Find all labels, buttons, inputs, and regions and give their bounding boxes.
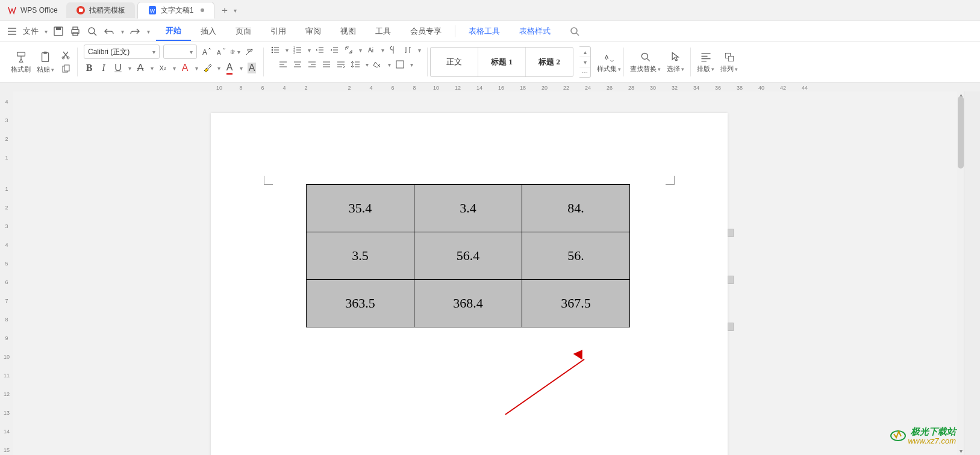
change-case-icon[interactable]: 变▾ — [229, 46, 240, 57]
row-handle[interactable] — [728, 229, 734, 237]
svg-rect-16 — [64, 65, 69, 71]
annotation-arrowhead-icon — [573, 347, 587, 360]
font-name-select[interactable]: Calibri (正文)▾ — [84, 45, 160, 59]
text-direction-icon[interactable] — [343, 45, 354, 55]
docer-icon — [76, 5, 86, 15]
undo-chevron-icon[interactable]: ▾ — [121, 28, 124, 35]
menu-tab-table-style[interactable]: 表格样式 — [510, 22, 560, 40]
align-center-icon[interactable] — [292, 59, 303, 70]
page[interactable]: 35.4 3.4 84. 3.5 56.4 56. 363.5 368.4 36… — [211, 113, 728, 455]
hamburger-icon[interactable] — [6, 25, 18, 37]
menu-tab-start[interactable]: 开始 — [156, 22, 191, 41]
distribute-icon[interactable] — [336, 59, 346, 70]
vertical-ruler[interactable]: 432112345678910111213141516171819 — [0, 91, 13, 455]
font-color-icon[interactable]: A — [224, 63, 235, 73]
table-cell[interactable]: 368.4 — [414, 280, 522, 327]
menu-tab-review[interactable]: 审阅 — [296, 22, 331, 40]
print-preview-icon[interactable] — [86, 25, 98, 37]
borders-icon[interactable] — [395, 59, 405, 70]
menu-separator — [455, 25, 455, 37]
new-tab-button[interactable]: ＋ — [217, 2, 233, 18]
layout-button[interactable]: 排版▾ — [697, 51, 714, 73]
clear-format-icon[interactable] — [244, 46, 255, 57]
menu-tab-view[interactable]: 视图 — [331, 22, 366, 40]
table-cell[interactable]: 367.5 — [522, 280, 630, 327]
bullets-icon[interactable] — [270, 45, 281, 55]
document-table[interactable]: 35.4 3.4 84. 3.5 56.4 56. 363.5 368.4 36… — [306, 184, 630, 327]
row-handle[interactable] — [728, 323, 734, 331]
style-normal[interactable]: 正文 — [431, 48, 478, 76]
text-effect-icon[interactable]: A — [179, 63, 190, 73]
copy-icon[interactable] — [60, 64, 71, 75]
menu-tab-reference[interactable]: 引用 — [261, 22, 296, 40]
file-menu[interactable]: 文件 — [23, 26, 39, 37]
char-shading-icon[interactable]: A — [246, 63, 257, 73]
ruler-tick: 8 — [404, 85, 425, 91]
table-cell[interactable]: 3.4 — [414, 185, 522, 232]
style-scroll[interactable]: ▴▾⋯ — [579, 46, 591, 78]
tab-menu-chevron-icon[interactable]: ▾ — [234, 7, 237, 14]
ruler-tick: 2 — [295, 85, 317, 91]
paste-button[interactable]: 粘贴▾ — [37, 51, 54, 74]
shading-icon[interactable] — [372, 59, 383, 70]
asian-layout-icon[interactable]: Ai — [366, 45, 376, 55]
redo-icon[interactable] — [129, 25, 141, 37]
select-button[interactable]: 选择▾ — [667, 51, 684, 73]
grow-font-icon[interactable]: A — [201, 46, 211, 57]
table-cell[interactable]: 84. — [522, 185, 630, 232]
cut-icon[interactable] — [60, 49, 71, 60]
style-set-label: 样式集 — [597, 65, 617, 72]
decrease-indent-icon[interactable] — [314, 45, 325, 55]
scroll-thumb[interactable] — [958, 96, 964, 169]
increase-indent-icon[interactable] — [329, 45, 340, 55]
svg-text:W: W — [150, 8, 155, 14]
ruler-tick: 2 — [5, 136, 8, 142]
ruler-tick: 40 — [751, 85, 772, 91]
table-cell[interactable]: 363.5 — [307, 280, 414, 327]
ruler-tick: 4 — [360, 85, 382, 91]
menu-tab-page[interactable]: 页面 — [226, 22, 261, 40]
sort-icon[interactable] — [402, 45, 413, 55]
find-replace-button[interactable]: 查找替换▾ — [630, 51, 661, 73]
menu-tab-vip[interactable]: 会员专享 — [401, 22, 451, 40]
style-set-button[interactable]: A͇ 样式集▾ — [597, 51, 621, 73]
style-heading2[interactable]: 标题 2 — [526, 48, 573, 76]
undo-icon[interactable] — [103, 25, 115, 37]
italic-icon[interactable]: I — [98, 63, 109, 73]
redo-chevron-icon[interactable]: ▾ — [147, 28, 150, 35]
bold-icon[interactable]: B — [84, 63, 95, 73]
style-heading1[interactable]: 标题 1 — [478, 48, 526, 76]
strikethrough-icon[interactable]: A — [135, 63, 146, 73]
tab-document[interactable]: W 文字文稿1 — [137, 2, 215, 19]
table-cell[interactable]: 56. — [522, 232, 630, 280]
ruler-tick: 28 — [620, 85, 642, 91]
superscript-icon[interactable]: X2 — [157, 63, 168, 73]
align-left-icon[interactable] — [278, 59, 289, 70]
align-right-icon[interactable] — [307, 59, 317, 70]
show-marks-icon[interactable] — [388, 45, 399, 55]
menu-tab-table-tools[interactable]: 表格工具 — [459, 22, 510, 40]
font-size-select[interactable]: ▾ — [163, 45, 197, 59]
style-gallery[interactable]: 正文 标题 1 标题 2 — [430, 47, 573, 77]
tab-template-store[interactable]: 找稻壳模板 — [66, 2, 135, 18]
side-panel[interactable] — [964, 91, 980, 455]
align-justify-icon[interactable] — [321, 59, 332, 70]
row-handle[interactable] — [728, 276, 734, 284]
numbering-icon[interactable]: 123 — [292, 45, 303, 55]
highlight-icon[interactable] — [202, 63, 213, 73]
underline-icon[interactable]: U — [113, 63, 123, 73]
table-cell[interactable]: 3.5 — [307, 232, 414, 280]
menu-tab-tools[interactable]: 工具 — [366, 22, 401, 40]
svg-rect-4 — [56, 27, 61, 30]
search-icon[interactable] — [569, 25, 581, 37]
arrange-button[interactable]: 排列▾ — [720, 51, 738, 73]
line-spacing-icon[interactable] — [350, 59, 361, 70]
shrink-font-icon[interactable]: A — [215, 46, 226, 57]
format-painter-button[interactable]: 格式刷 — [11, 51, 31, 74]
save-icon[interactable] — [52, 25, 64, 37]
print-icon[interactable] — [69, 25, 81, 37]
menu-tab-insert[interactable]: 插入 — [191, 22, 226, 40]
tab-document-label: 文字文稿1 — [161, 5, 194, 16]
table-cell[interactable]: 35.4 — [307, 185, 414, 232]
table-cell[interactable]: 56.4 — [414, 232, 522, 280]
